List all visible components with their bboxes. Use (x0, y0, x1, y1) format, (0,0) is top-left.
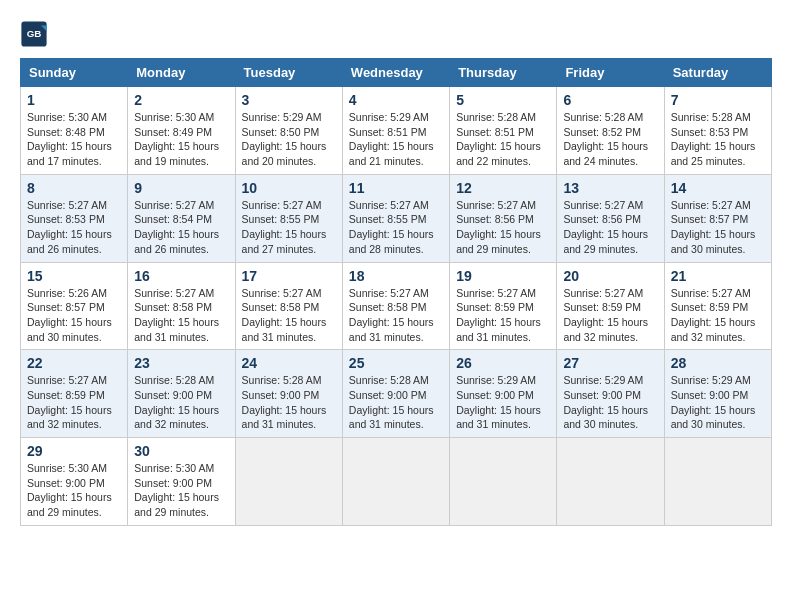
calendar-week-3: 15Sunrise: 5:26 AM Sunset: 8:57 PM Dayli… (21, 262, 772, 350)
header-saturday: Saturday (664, 59, 771, 87)
day-info: Sunrise: 5:28 AM Sunset: 9:00 PM Dayligh… (242, 373, 336, 432)
calendar-cell (450, 438, 557, 526)
calendar-cell: 25Sunrise: 5:28 AM Sunset: 9:00 PM Dayli… (342, 350, 449, 438)
day-info: Sunrise: 5:27 AM Sunset: 8:58 PM Dayligh… (242, 286, 336, 345)
day-info: Sunrise: 5:27 AM Sunset: 8:58 PM Dayligh… (349, 286, 443, 345)
calendar-week-1: 1Sunrise: 5:30 AM Sunset: 8:48 PM Daylig… (21, 87, 772, 175)
day-number: 22 (27, 355, 121, 371)
day-number: 17 (242, 268, 336, 284)
calendar-cell: 1Sunrise: 5:30 AM Sunset: 8:48 PM Daylig… (21, 87, 128, 175)
logo-icon: GB (20, 20, 48, 48)
day-number: 12 (456, 180, 550, 196)
day-number: 21 (671, 268, 765, 284)
day-info: Sunrise: 5:28 AM Sunset: 9:00 PM Dayligh… (134, 373, 228, 432)
day-number: 4 (349, 92, 443, 108)
calendar-cell (664, 438, 771, 526)
header-thursday: Thursday (450, 59, 557, 87)
day-number: 28 (671, 355, 765, 371)
calendar-cell: 15Sunrise: 5:26 AM Sunset: 8:57 PM Dayli… (21, 262, 128, 350)
day-number: 6 (563, 92, 657, 108)
calendar-cell: 8Sunrise: 5:27 AM Sunset: 8:53 PM Daylig… (21, 174, 128, 262)
day-info: Sunrise: 5:28 AM Sunset: 8:52 PM Dayligh… (563, 110, 657, 169)
header-monday: Monday (128, 59, 235, 87)
calendar-cell (342, 438, 449, 526)
calendar-cell: 28Sunrise: 5:29 AM Sunset: 9:00 PM Dayli… (664, 350, 771, 438)
day-info: Sunrise: 5:27 AM Sunset: 8:53 PM Dayligh… (27, 198, 121, 257)
day-number: 7 (671, 92, 765, 108)
day-number: 23 (134, 355, 228, 371)
day-number: 10 (242, 180, 336, 196)
day-number: 30 (134, 443, 228, 459)
day-info: Sunrise: 5:27 AM Sunset: 8:57 PM Dayligh… (671, 198, 765, 257)
day-number: 11 (349, 180, 443, 196)
calendar-cell: 5Sunrise: 5:28 AM Sunset: 8:51 PM Daylig… (450, 87, 557, 175)
calendar-cell: 20Sunrise: 5:27 AM Sunset: 8:59 PM Dayli… (557, 262, 664, 350)
day-number: 3 (242, 92, 336, 108)
calendar-week-4: 22Sunrise: 5:27 AM Sunset: 8:59 PM Dayli… (21, 350, 772, 438)
calendar-cell: 9Sunrise: 5:27 AM Sunset: 8:54 PM Daylig… (128, 174, 235, 262)
day-info: Sunrise: 5:30 AM Sunset: 8:48 PM Dayligh… (27, 110, 121, 169)
day-number: 24 (242, 355, 336, 371)
calendar-cell: 7Sunrise: 5:28 AM Sunset: 8:53 PM Daylig… (664, 87, 771, 175)
day-info: Sunrise: 5:26 AM Sunset: 8:57 PM Dayligh… (27, 286, 121, 345)
day-info: Sunrise: 5:30 AM Sunset: 9:00 PM Dayligh… (27, 461, 121, 520)
day-info: Sunrise: 5:29 AM Sunset: 9:00 PM Dayligh… (563, 373, 657, 432)
page-header: GB (20, 20, 772, 48)
day-number: 5 (456, 92, 550, 108)
day-number: 9 (134, 180, 228, 196)
day-info: Sunrise: 5:28 AM Sunset: 8:53 PM Dayligh… (671, 110, 765, 169)
header-friday: Friday (557, 59, 664, 87)
day-number: 27 (563, 355, 657, 371)
calendar-table: SundayMondayTuesdayWednesdayThursdayFrid… (20, 58, 772, 526)
calendar-cell: 4Sunrise: 5:29 AM Sunset: 8:51 PM Daylig… (342, 87, 449, 175)
day-info: Sunrise: 5:27 AM Sunset: 8:59 PM Dayligh… (27, 373, 121, 432)
day-info: Sunrise: 5:28 AM Sunset: 8:51 PM Dayligh… (456, 110, 550, 169)
day-info: Sunrise: 5:27 AM Sunset: 8:56 PM Dayligh… (456, 198, 550, 257)
calendar-cell: 27Sunrise: 5:29 AM Sunset: 9:00 PM Dayli… (557, 350, 664, 438)
header-tuesday: Tuesday (235, 59, 342, 87)
calendar-cell: 12Sunrise: 5:27 AM Sunset: 8:56 PM Dayli… (450, 174, 557, 262)
calendar-cell: 18Sunrise: 5:27 AM Sunset: 8:58 PM Dayli… (342, 262, 449, 350)
day-info: Sunrise: 5:29 AM Sunset: 8:50 PM Dayligh… (242, 110, 336, 169)
svg-text:GB: GB (27, 28, 42, 39)
calendar-week-5: 29Sunrise: 5:30 AM Sunset: 9:00 PM Dayli… (21, 438, 772, 526)
day-number: 25 (349, 355, 443, 371)
calendar-cell: 19Sunrise: 5:27 AM Sunset: 8:59 PM Dayli… (450, 262, 557, 350)
calendar-cell: 10Sunrise: 5:27 AM Sunset: 8:55 PM Dayli… (235, 174, 342, 262)
day-number: 20 (563, 268, 657, 284)
day-number: 8 (27, 180, 121, 196)
day-number: 13 (563, 180, 657, 196)
calendar-cell: 17Sunrise: 5:27 AM Sunset: 8:58 PM Dayli… (235, 262, 342, 350)
day-number: 2 (134, 92, 228, 108)
calendar-header-row: SundayMondayTuesdayWednesdayThursdayFrid… (21, 59, 772, 87)
calendar-week-2: 8Sunrise: 5:27 AM Sunset: 8:53 PM Daylig… (21, 174, 772, 262)
day-info: Sunrise: 5:27 AM Sunset: 8:59 PM Dayligh… (563, 286, 657, 345)
day-info: Sunrise: 5:28 AM Sunset: 9:00 PM Dayligh… (349, 373, 443, 432)
day-info: Sunrise: 5:27 AM Sunset: 8:58 PM Dayligh… (134, 286, 228, 345)
calendar-cell: 24Sunrise: 5:28 AM Sunset: 9:00 PM Dayli… (235, 350, 342, 438)
calendar-cell: 6Sunrise: 5:28 AM Sunset: 8:52 PM Daylig… (557, 87, 664, 175)
calendar-cell: 13Sunrise: 5:27 AM Sunset: 8:56 PM Dayli… (557, 174, 664, 262)
header-wednesday: Wednesday (342, 59, 449, 87)
day-info: Sunrise: 5:29 AM Sunset: 9:00 PM Dayligh… (456, 373, 550, 432)
calendar-cell: 2Sunrise: 5:30 AM Sunset: 8:49 PM Daylig… (128, 87, 235, 175)
calendar-cell (235, 438, 342, 526)
calendar-cell: 3Sunrise: 5:29 AM Sunset: 8:50 PM Daylig… (235, 87, 342, 175)
calendar-cell: 22Sunrise: 5:27 AM Sunset: 8:59 PM Dayli… (21, 350, 128, 438)
day-info: Sunrise: 5:29 AM Sunset: 8:51 PM Dayligh… (349, 110, 443, 169)
calendar-cell (557, 438, 664, 526)
calendar-cell: 11Sunrise: 5:27 AM Sunset: 8:55 PM Dayli… (342, 174, 449, 262)
calendar-cell: 14Sunrise: 5:27 AM Sunset: 8:57 PM Dayli… (664, 174, 771, 262)
calendar-cell: 29Sunrise: 5:30 AM Sunset: 9:00 PM Dayli… (21, 438, 128, 526)
day-info: Sunrise: 5:29 AM Sunset: 9:00 PM Dayligh… (671, 373, 765, 432)
day-number: 26 (456, 355, 550, 371)
day-number: 1 (27, 92, 121, 108)
calendar-cell: 23Sunrise: 5:28 AM Sunset: 9:00 PM Dayli… (128, 350, 235, 438)
day-number: 29 (27, 443, 121, 459)
calendar-cell: 21Sunrise: 5:27 AM Sunset: 8:59 PM Dayli… (664, 262, 771, 350)
calendar-cell: 16Sunrise: 5:27 AM Sunset: 8:58 PM Dayli… (128, 262, 235, 350)
day-info: Sunrise: 5:30 AM Sunset: 9:00 PM Dayligh… (134, 461, 228, 520)
day-info: Sunrise: 5:27 AM Sunset: 8:54 PM Dayligh… (134, 198, 228, 257)
day-info: Sunrise: 5:27 AM Sunset: 8:55 PM Dayligh… (349, 198, 443, 257)
day-info: Sunrise: 5:27 AM Sunset: 8:56 PM Dayligh… (563, 198, 657, 257)
